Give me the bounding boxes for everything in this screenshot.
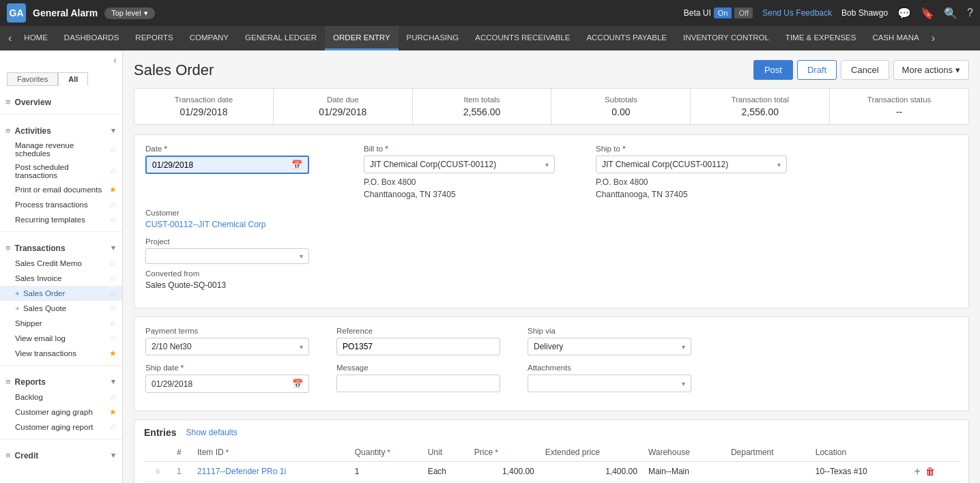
ship-date-row: Ship date * 01/29/2018 📅 Message Attachm… (145, 364, 957, 393)
level-badge[interactable]: Top level ▾ (104, 8, 154, 19)
star-customer-aging-graph[interactable]: ★ (109, 407, 117, 417)
sidebar-item-print-email[interactable]: Print or email documents ★ (0, 182, 122, 197)
sidebar-item-shipper[interactable]: Shipper ☆ (0, 316, 122, 331)
chat-icon[interactable]: 💬 (897, 7, 911, 20)
sidebar-header-overview[interactable]: ≡ Overview (0, 94, 122, 110)
sidebar-item-customer-aging-graph[interactable]: Customer aging graph ★ (0, 405, 122, 420)
draft-button[interactable]: Draft (797, 60, 837, 80)
ship-date-calendar-icon[interactable]: 📅 (292, 379, 303, 389)
sidebar-header-reports[interactable]: ≡ Reports ▾ (0, 374, 122, 390)
nav-home[interactable]: HOME (16, 26, 56, 50)
payment-row: Payment terms 2/10 Net30 ▾ Reference Shi… (145, 327, 957, 355)
project-select[interactable]: ▾ (145, 248, 309, 264)
sidebar-header-credit[interactable]: ≡ Credit ▾ (0, 448, 122, 463)
show-defaults-link[interactable]: Show defaults (186, 428, 237, 437)
date-input-wrapper[interactable]: 📅 (145, 156, 309, 174)
date-input[interactable] (152, 160, 289, 170)
customer-label: Customer (145, 209, 266, 217)
ship-via-label: Ship via (528, 327, 691, 335)
nav-purchasing[interactable]: PURCHASING (399, 26, 467, 50)
star-post-scheduled[interactable]: ☆ (109, 166, 117, 176)
row-delete-icon[interactable]: 🗑 (925, 466, 935, 477)
nav-inventory-control[interactable]: INVENTORY CONTROL (675, 26, 777, 50)
row-add-icon[interactable]: + (914, 465, 921, 477)
fav-all-tabs: Favorites All (0, 70, 122, 89)
star-sales-credit-memo[interactable]: ☆ (109, 259, 117, 268)
nav-next-arrow[interactable]: › (927, 32, 939, 44)
star-process-transactions[interactable]: ☆ (109, 200, 117, 209)
sidebar-header-activities[interactable]: ≡ Activities ▾ (0, 123, 122, 138)
sidebar-item-process-transactions[interactable]: Process transactions ☆ (0, 197, 122, 212)
sidebar-item-manage-revenue[interactable]: Manage revenue schedules ☆ (0, 138, 122, 160)
tab-favorites[interactable]: Favorites (7, 72, 58, 86)
payment-terms-select[interactable]: 2/10 Net30 ▾ (145, 338, 309, 355)
activities-label: Activities (15, 126, 51, 136)
help-icon[interactable]: ? (967, 7, 973, 19)
page-header: Sales Order Post Draft Cancel More actio… (134, 60, 969, 80)
payment-terms-chevron: ▾ (300, 343, 303, 351)
nav-reports[interactable]: REPORTS (127, 26, 181, 50)
star-recurring-templates[interactable]: ☆ (109, 215, 117, 224)
summary-date-due: Date due 01/29/2018 (274, 89, 413, 124)
top-bar: GA General Alarm Top level ▾ Beta UI On … (0, 0, 980, 26)
ship-date-input-wrapper[interactable]: 01/29/2018 📅 (145, 375, 309, 393)
col-drag (144, 443, 171, 462)
star-view-email-log[interactable]: ☆ (109, 334, 117, 343)
sidebar-header-transactions[interactable]: ≡ Transactions ▾ (0, 240, 122, 256)
sidebar-item-recurring-templates[interactable]: Recurring templates ☆ (0, 212, 122, 227)
sidebar-item-customer-aging-report[interactable]: Customer aging report ☆ (0, 420, 122, 435)
star-print-email[interactable]: ★ (109, 185, 117, 194)
nav-time-expenses[interactable]: TIME & EXPENSES (777, 26, 865, 50)
star-backlog[interactable]: ☆ (109, 392, 117, 402)
nav-cash-mana[interactable]: CASH MANA (864, 26, 927, 50)
toggle-on-btn[interactable]: On (714, 8, 732, 18)
row-item-id[interactable]: 21117--Defender PRo 1i (192, 462, 349, 482)
post-button[interactable]: Post (753, 60, 793, 80)
star-shipper[interactable]: ☆ (109, 319, 117, 328)
sidebar-item-sales-quote[interactable]: + Sales Quote ☆ (0, 301, 122, 316)
toggle-off-btn[interactable]: Off (734, 8, 752, 18)
sidebar-item-view-email-log[interactable]: View email log ☆ (0, 331, 122, 346)
row-drag-handle[interactable]: ≡ (144, 462, 171, 482)
cancel-button[interactable]: Cancel (841, 60, 889, 80)
sidebar-item-sales-order[interactable]: + Sales Order ☆ (0, 286, 122, 301)
calendar-icon[interactable]: 📅 (291, 160, 302, 170)
star-sales-invoice[interactable]: ☆ (109, 274, 117, 283)
sidebar-item-sales-credit-memo[interactable]: Sales Credit Memo ☆ (0, 256, 122, 271)
sidebar-item-backlog[interactable]: Backlog ☆ (0, 390, 122, 405)
star-sales-order[interactable]: ☆ (109, 289, 117, 298)
nav-accounts-receivable[interactable]: ACCOUNTS RECEIVABLE (467, 26, 578, 50)
feedback-link[interactable]: Send Us Feedback (762, 8, 832, 18)
star-view-transactions[interactable]: ★ (109, 349, 117, 358)
nav-company[interactable]: COMPANY (182, 26, 237, 50)
reference-input[interactable] (336, 338, 500, 355)
star-manage-revenue[interactable]: ☆ (109, 145, 117, 154)
sidebar-item-post-scheduled[interactable]: Post scheduled transactions ☆ (0, 160, 122, 182)
customer-group: Customer CUST-00112--JIT Chemical Corp (145, 209, 266, 229)
search-icon[interactable]: 🔍 (944, 7, 957, 20)
star-customer-aging-report[interactable]: ☆ (109, 422, 117, 432)
main-layout: ‹ Favorites All ≡ Overview ≡ Activities … (0, 50, 980, 483)
customer-link[interactable]: CUST-00112--JIT Chemical Corp (145, 220, 266, 229)
nav-general-ledger[interactable]: GENERAL LEDGER (237, 26, 325, 50)
message-input[interactable] (336, 375, 500, 392)
row-num: 1 (171, 462, 192, 482)
sidebar-toggle[interactable]: ‹ (0, 50, 122, 70)
ship-via-select[interactable]: Delivery ▾ (528, 338, 691, 355)
attachments-select[interactable]: ▾ (528, 375, 691, 392)
bookmark-icon[interactable]: 🔖 (921, 7, 934, 20)
bill-to-select[interactable]: JIT Chemical Corp(CCUST-00112) ▾ (364, 156, 555, 173)
col-num: # (171, 443, 192, 462)
star-sales-quote[interactable]: ☆ (109, 304, 117, 313)
ship-to-select[interactable]: JIT Chemical Corp(CCUST-00112) ▾ (596, 156, 787, 173)
sidebar-collapse-icon[interactable]: ‹ (113, 55, 117, 65)
nav-dashboards[interactable]: DASHBOARDS (56, 26, 128, 50)
summary-bar: Transaction date 01/29/2018 Date due 01/… (134, 88, 969, 125)
sidebar-item-view-transactions[interactable]: View transactions ★ (0, 346, 122, 361)
sidebar-item-sales-invoice[interactable]: Sales Invoice ☆ (0, 271, 122, 286)
nav-prev-arrow[interactable]: ‹ (4, 32, 16, 44)
nav-accounts-payable[interactable]: ACCOUNTS PAYABLE (578, 26, 675, 50)
nav-order-entry[interactable]: ORDER ENTRY (325, 26, 399, 50)
more-actions-button[interactable]: More actions ▾ (893, 60, 969, 80)
tab-all[interactable]: All (58, 72, 88, 86)
